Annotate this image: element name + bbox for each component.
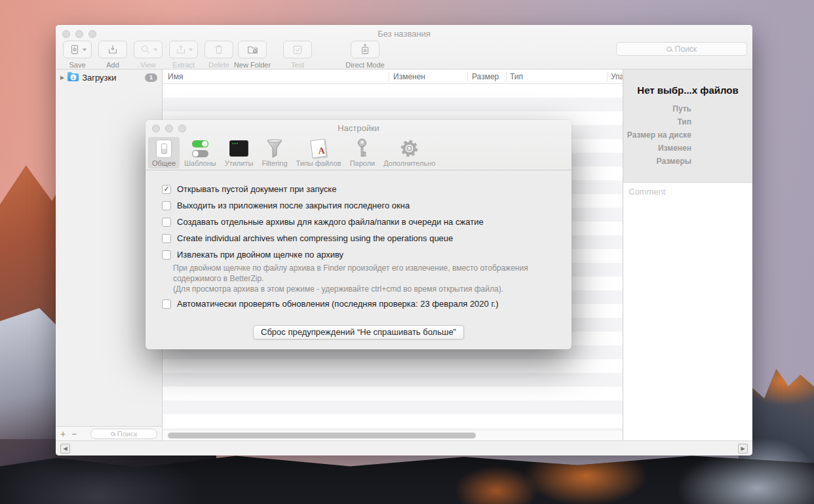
item-count-badge: 1 <box>145 73 157 82</box>
field-label-dimensions: Размеры <box>623 157 691 166</box>
column-header-modified[interactable]: Изменен <box>393 72 425 81</box>
disclosure-triangle-icon[interactable]: ▶ <box>60 75 64 81</box>
column-header-packed[interactable]: Упа <box>611 72 623 81</box>
file-types-icon: A <box>310 139 326 158</box>
option-individual-archives-en[interactable]: Create individual archives when compress… <box>162 233 453 243</box>
view-icon <box>140 44 151 56</box>
option-label: Извлекать при двойном щелчке по архиву <box>177 250 343 260</box>
option-label: Выходить из приложения после закрытия по… <box>177 201 410 210</box>
search-icon <box>667 47 672 52</box>
toggles-icon <box>192 140 208 157</box>
close-button[interactable] <box>152 125 160 132</box>
tab-advanced[interactable]: Дополнительно <box>379 137 439 168</box>
option-extract-on-double-click[interactable]: Извлекать при двойном щелчке по архиву <box>162 250 343 260</box>
light-switch-icon <box>156 140 172 158</box>
add-button[interactable]: Add <box>98 41 127 69</box>
sidebar-search-input[interactable]: Поиск <box>90 429 157 439</box>
key-icon <box>357 138 368 159</box>
sidebar-footer: + − Поиск <box>56 426 162 440</box>
extract-icon <box>175 44 187 56</box>
option-label: Автоматически проверять обновления (посл… <box>177 299 499 309</box>
option-separate-archives-ru[interactable]: Создавать отдельные архивы для каждого ф… <box>162 217 484 227</box>
tab-file-types[interactable]: A Типы файлов <box>292 137 345 168</box>
tab-general[interactable]: Общее <box>148 137 180 168</box>
dropdown-arrow-icon <box>189 48 193 51</box>
funnel-icon <box>265 139 284 159</box>
view-button: View <box>134 41 163 69</box>
downloads-folder-icon: ↓ <box>68 73 79 81</box>
tab-filtering[interactable]: Filtering <box>258 137 291 168</box>
search-icon <box>111 432 115 436</box>
test-icon <box>292 44 303 56</box>
list-header: Имя Изменен Размер Тип Упа <box>163 69 623 84</box>
sidebar-item-label: Загрузки <box>82 73 116 83</box>
desktop: Без названия Save <box>0 0 814 504</box>
checkbox-unchecked[interactable] <box>162 250 171 260</box>
extract-button: Extract <box>169 41 198 69</box>
delete-button: Delete <box>204 41 233 69</box>
preferences-title: Настройки <box>145 120 572 137</box>
search-input[interactable]: Поиск <box>616 42 747 56</box>
reset-warnings-button[interactable]: Сброс предупреждений “Не спрашивать боль… <box>253 325 464 339</box>
delete-icon <box>213 44 225 56</box>
checkbox-unchecked[interactable] <box>162 218 171 227</box>
comment-field[interactable]: Comment <box>623 182 752 440</box>
gear-icon <box>399 138 419 159</box>
search-placeholder: Поиск <box>675 45 697 54</box>
window-title: Без названия <box>56 29 752 39</box>
option-label: Create individual archives when compress… <box>177 233 453 243</box>
preferences-toolbar: Общее Шаблоны Утилиты <box>145 136 572 170</box>
option-label: Открывать пустой документ при запуске <box>177 184 336 194</box>
preferences-titlebar: Настройки <box>145 120 572 136</box>
test-button: Test <box>283 41 312 69</box>
checkbox-unchecked[interactable] <box>162 201 171 210</box>
sidebar-item-downloads[interactable]: ▶ ↓ Загрузки 1 <box>56 71 162 84</box>
option-open-empty-document[interactable]: ✓ Открывать пустой документ при запуске <box>162 184 336 194</box>
add-source-button[interactable]: + <box>60 427 71 440</box>
checkbox-unchecked[interactable] <box>162 300 171 309</box>
option-quit-after-last-window[interactable]: Выходить из приложения после закрытия по… <box>162 201 410 210</box>
save-button[interactable]: Save <box>63 41 92 69</box>
column-header-type[interactable]: Тип <box>510 72 523 81</box>
bottom-navigation-bar: ◀ ▶ <box>56 440 752 456</box>
checkbox-unchecked[interactable] <box>162 234 171 243</box>
checkbox-checked[interactable]: ✓ <box>162 185 171 194</box>
column-header-size[interactable]: Размер <box>472 72 499 81</box>
extract-option-description: При двойном щелчке по файлу архива в Fin… <box>173 263 560 294</box>
direct-mode-icon <box>359 44 371 56</box>
preferences-window: Настройки Общее Шаблоны <box>145 120 572 349</box>
new-folder-icon <box>246 44 259 56</box>
remove-source-button[interactable]: − <box>71 427 83 440</box>
field-label-modified: Изменен <box>623 144 691 153</box>
traffic-lights <box>152 125 186 132</box>
minimize-button[interactable] <box>165 125 173 132</box>
dropdown-arrow-icon <box>153 48 157 51</box>
tab-helpers[interactable]: Утилиты <box>221 137 258 168</box>
column-header-name[interactable]: Имя <box>168 72 183 81</box>
field-label-type: Тип <box>623 117 691 126</box>
scrollbar-thumb[interactable] <box>168 433 476 438</box>
inspector-title: Нет выбр...х файлов <box>623 85 752 96</box>
inspector-panel: Нет выбр...х файлов Путь Тип Размер на д… <box>623 69 752 440</box>
field-label-path: Путь <box>623 104 691 113</box>
save-icon <box>69 44 81 56</box>
option-auto-check-updates[interactable]: Автоматически проверять обновления (посл… <box>162 299 499 309</box>
field-label-size-on-disk: Размер на диске <box>623 130 691 140</box>
main-window-header: Без названия Save <box>56 25 752 69</box>
navigate-forward-button[interactable]: ▶ <box>738 444 748 454</box>
add-icon <box>107 44 119 56</box>
zoom-button[interactable] <box>178 125 186 132</box>
terminal-icon <box>229 140 248 157</box>
dropdown-arrow-icon <box>83 48 87 51</box>
option-label: Создавать отдельные архивы для каждого ф… <box>177 217 484 227</box>
new-folder-button[interactable]: New Folder <box>238 41 267 69</box>
navigate-back-button[interactable]: ◀ <box>60 444 70 454</box>
inspector-fields: Путь Тип Размер на диске Изменен Размеры <box>623 104 752 166</box>
tab-presets[interactable]: Шаблоны <box>180 137 220 168</box>
tab-passwords[interactable]: Пароли <box>346 137 379 168</box>
horizontal-scrollbar[interactable] <box>163 430 623 440</box>
direct-mode-button[interactable]: Direct Mode <box>351 41 379 69</box>
